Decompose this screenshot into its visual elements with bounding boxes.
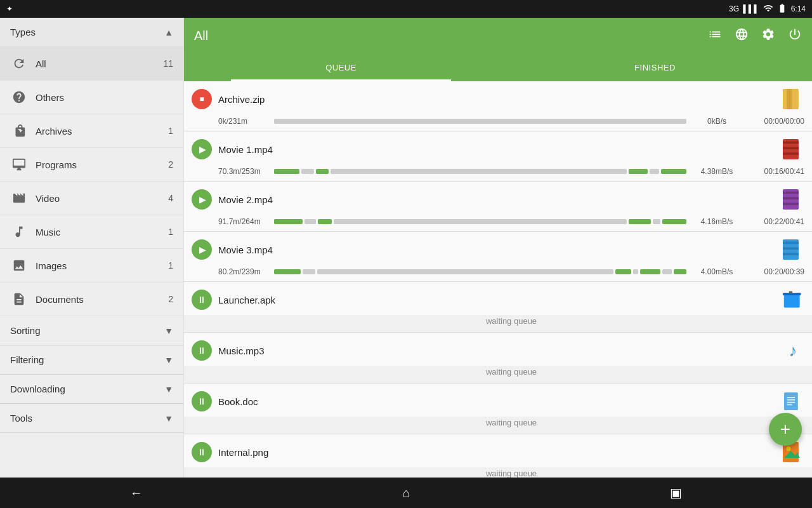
types-label: Types <box>10 27 36 37</box>
back-button[interactable]: ← <box>117 481 155 505</box>
pause-button-music[interactable]: ⏸ <box>192 340 212 361</box>
filtering-section: Filtering ▼ <box>0 345 183 375</box>
power-icon[interactable] <box>788 27 802 44</box>
filename-book: Book.doc <box>218 396 776 407</box>
pause-button-book[interactable]: ⏸ <box>192 391 212 411</box>
home-button[interactable]: ⌂ <box>390 481 422 505</box>
download-item-launcher: ⏸ Launcher.apk waiting queue <box>184 282 812 333</box>
svg-rect-11 <box>783 203 799 205</box>
sidebar-item-music[interactable]: Music 1 <box>0 215 183 249</box>
settings-icon[interactable] <box>761 27 775 44</box>
status-bar-right: 3G ▌▌▌ 6:14 <box>729 3 806 15</box>
download-item-archive-zip: ■ Archive.zip 0k/ <box>184 81 812 131</box>
types-chevron-icon[interactable]: ▲ <box>164 27 173 37</box>
svg-rect-13 <box>783 242 799 244</box>
globe-icon[interactable] <box>735 27 749 44</box>
sorting-section: Sorting ▼ <box>0 316 183 345</box>
svg-point-25 <box>786 446 790 451</box>
filtering-chevron-icon: ▼ <box>164 355 173 365</box>
tab-queue[interactable]: QUEUE <box>184 53 498 81</box>
recent-apps-button[interactable]: ▣ <box>657 480 695 505</box>
tools-section: Tools ▼ <box>0 404 183 433</box>
pause-button-internal[interactable]: ⏸ <box>192 442 212 462</box>
filename-launcher: Launcher.apk <box>218 295 776 305</box>
svg-rect-7 <box>783 152 799 155</box>
programs-count: 2 <box>168 159 173 170</box>
sorting-header[interactable]: Sorting ▼ <box>0 316 183 345</box>
svg-rect-17 <box>783 293 801 295</box>
thumb-movie3 <box>782 238 804 261</box>
downloading-chevron-icon: ▼ <box>164 384 173 394</box>
time-movie1: 00:16/00:41 <box>747 167 804 176</box>
tabs-bar: QUEUE FINISHED <box>184 53 812 81</box>
all-label: All <box>36 58 163 69</box>
list-view-icon[interactable] <box>708 27 722 44</box>
play-button-movie3[interactable]: ▶ <box>192 239 212 260</box>
tools-header[interactable]: Tools ▼ <box>0 404 183 432</box>
app-icon: ✦ <box>6 4 13 13</box>
status-bar: ✦ 3G ▌▌▌ 6:14 <box>0 0 812 18</box>
filtering-label: Filtering <box>10 354 44 365</box>
sidebar-item-others[interactable]: Others <box>0 81 183 114</box>
downloading-section: Downloading ▼ <box>0 375 183 404</box>
status-bar-left: ✦ <box>6 4 13 13</box>
music-icon <box>10 223 28 241</box>
progress-text-movie1: 70.3m/253m <box>218 167 269 176</box>
images-count: 1 <box>168 260 173 271</box>
top-bar: All <box>184 18 812 53</box>
downloading-header[interactable]: Downloading ▼ <box>0 375 183 403</box>
progress-text-movie2: 91.7m/264m <box>218 217 269 226</box>
bottom-nav: ← ⌂ ▣ <box>0 478 812 508</box>
pause-button-launcher[interactable]: ⏸ <box>192 290 212 310</box>
add-button[interactable]: + <box>769 413 802 446</box>
sidebar-item-programs[interactable]: Programs 2 <box>0 148 183 182</box>
sidebar: Types ▲ All 11 Others Archives 1 <box>0 18 184 478</box>
stop-button-archive-zip[interactable]: ■ <box>192 89 212 109</box>
progress-text-archive-zip: 0k/231m <box>218 117 269 126</box>
archives-icon <box>10 122 28 140</box>
svg-rect-5 <box>783 142 799 144</box>
content-wrapper: ■ Archive.zip 0k/ <box>184 81 812 478</box>
download-item-music: ⏸ Music.mp3 ♪ waiting queue <box>184 333 812 384</box>
waiting-music: waiting queue <box>218 367 804 377</box>
archives-label: Archives <box>36 126 168 137</box>
svg-rect-14 <box>783 247 799 250</box>
sidebar-item-archives[interactable]: Archives 1 <box>0 114 183 148</box>
filename-movie2: Movie 2.mp4 <box>218 194 776 205</box>
sidebar-item-documents[interactable]: Documents 2 <box>0 283 183 316</box>
tools-label: Tools <box>10 413 32 424</box>
svg-rect-6 <box>783 147 799 149</box>
documents-count: 2 <box>168 294 173 304</box>
documents-icon <box>10 290 28 308</box>
programs-label: Programs <box>36 159 168 170</box>
speed-archive-zip: 0kB/s <box>691 117 742 126</box>
thumb-book <box>782 390 804 413</box>
sidebar-item-video[interactable]: Video 4 <box>0 182 183 215</box>
download-item-book: ⏸ Book.doc <box>184 384 812 434</box>
sorting-chevron-icon: ▼ <box>164 326 173 336</box>
sidebar-item-images[interactable]: Images 1 <box>0 249 183 283</box>
thumb-music: ♪ <box>782 339 804 362</box>
download-item-movie3: ▶ Movie 3.mp4 80. <box>184 232 812 282</box>
others-icon <box>10 88 28 106</box>
archives-count: 1 <box>168 126 173 136</box>
sidebar-item-all[interactable]: All 11 <box>0 47 183 81</box>
types-section-header: Types ▲ <box>0 18 183 47</box>
play-button-movie1[interactable]: ▶ <box>192 139 212 159</box>
signal-icon: 3G <box>729 4 739 13</box>
video-label: Video <box>36 193 168 204</box>
programs-icon <box>10 156 28 173</box>
main-layout: Types ▲ All 11 Others Archives 1 <box>0 18 812 478</box>
play-button-movie2[interactable]: ▶ <box>192 189 212 210</box>
video-icon <box>10 189 28 207</box>
download-item-movie1: ▶ Movie 1.mp4 70. <box>184 131 812 182</box>
tab-finished[interactable]: FINISHED <box>498 53 812 81</box>
others-label: Others <box>36 92 173 103</box>
filtering-header[interactable]: Filtering ▼ <box>0 345 183 374</box>
images-label: Images <box>36 260 168 271</box>
time-display: 6:14 <box>791 4 806 13</box>
time-movie2: 00:22/00:41 <box>747 217 804 226</box>
refresh-icon <box>10 55 28 72</box>
waiting-internal: waiting queue <box>218 469 804 478</box>
thumb-movie1 <box>782 138 804 161</box>
